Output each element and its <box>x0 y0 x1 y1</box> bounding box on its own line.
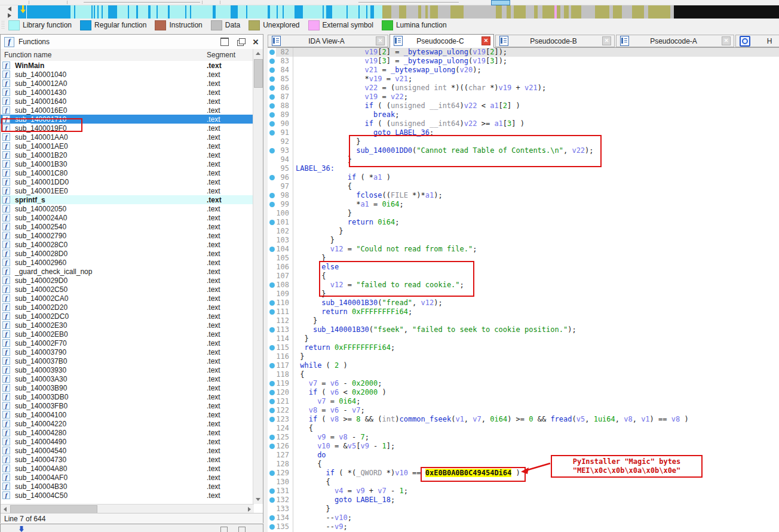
breakpoint-gutter[interactable] <box>268 505 276 513</box>
breakpoint-gutter[interactable] <box>268 281 276 290</box>
breakpoint-gutter[interactable] <box>268 48 276 57</box>
code-line-85[interactable]: 85 *v19 = v21; <box>268 75 779 84</box>
function-name[interactable]: _guard_check_icall_nop <box>15 267 92 276</box>
code-text[interactable]: if ( v8 >= 8 && (int)common_fseek(v1, v7… <box>293 415 779 424</box>
function-row[interactable]: fsub_140001EE0.text <box>1 186 254 195</box>
function-row[interactable]: fsub_140001AE0.text <box>1 142 254 150</box>
code-text[interactable]: v19 = v22; <box>293 93 779 102</box>
function-name[interactable]: sub_140002DC0 <box>15 312 69 321</box>
breakpoint-gutter[interactable] <box>268 397 276 406</box>
breakpoint-dot-icon[interactable] <box>269 497 275 503</box>
code-text[interactable]: v7 = v6 - 0x2000; <box>293 379 779 388</box>
scroll-up-icon[interactable] <box>253 49 263 58</box>
breakpoint-dot-icon[interactable] <box>269 175 275 180</box>
code-text[interactable]: else <box>293 263 779 272</box>
function-row[interactable]: fsub_140002E30.text <box>1 321 254 330</box>
function-row[interactable]: fsub_140001430.text <box>1 88 254 97</box>
breakpoint-gutter[interactable] <box>268 119 276 128</box>
breakpoint-dot-icon[interactable] <box>269 247 275 252</box>
code-text[interactable]: break; <box>293 110 779 119</box>
breakpoint-gutter[interactable] <box>268 254 276 263</box>
code-line-120[interactable]: 120 if ( v6 < 0x2000 ) <box>268 388 779 397</box>
code-text[interactable]: } <box>293 352 779 361</box>
code-line-121[interactable]: 121 v7 = 0i64; <box>268 397 779 406</box>
breakpoint-dot-icon[interactable] <box>269 282 275 288</box>
breakpoint-gutter[interactable] <box>268 460 276 469</box>
code-line-123[interactable]: 123 if ( v8 >= 8 && (int)common_fseek(v1… <box>268 415 779 424</box>
code-text[interactable]: } <box>293 227 779 236</box>
function-row[interactable]: fsub_1400037B0.text <box>1 356 254 365</box>
breakpoint-gutter[interactable] <box>268 343 276 352</box>
function-row[interactable]: fsub_140001640.text <box>1 97 254 106</box>
code-text[interactable]: if ( *(_QWORD *)v10 == 0xE0B0A0B0C49454D… <box>293 469 779 478</box>
code-line-96[interactable]: 96 if ( *a1 ) <box>268 173 779 182</box>
function-name[interactable]: sub_140004C50 <box>15 491 68 500</box>
breakpoint-dot-icon[interactable] <box>269 130 275 136</box>
function-row[interactable]: fsub_140003DB0.text <box>1 392 254 401</box>
code-line-89[interactable]: 89 break; <box>268 110 779 119</box>
code-line-93[interactable]: 93 sub_140001DD0("Cannot read Table of C… <box>268 146 779 155</box>
function-row[interactable]: fsub_140003790.text <box>1 348 254 356</box>
breakpoint-gutter[interactable] <box>268 146 276 155</box>
function-row[interactable]: fsub_140001C80.text <box>1 168 254 177</box>
functions-vertical-scrollbar[interactable] <box>253 49 263 504</box>
code-text[interactable]: { <box>293 460 779 469</box>
code-line-94[interactable]: 94 } <box>268 155 779 164</box>
breakpoint-dot-icon[interactable] <box>269 399 275 404</box>
code-line-126[interactable]: 126 v10 = &v5[v9 - 1]; <box>268 442 779 451</box>
function-name[interactable]: sub_140001640 <box>15 97 66 106</box>
breakpoint-gutter[interactable] <box>268 352 276 361</box>
function-name[interactable]: sub_140003930 <box>15 366 66 374</box>
code-text[interactable]: fclose((FILE *)*a1); <box>293 191 779 200</box>
breakpoint-gutter[interactable] <box>268 290 276 299</box>
breakpoint-gutter[interactable] <box>268 496 276 505</box>
code-text[interactable]: if ( *a1 ) <box>293 173 779 182</box>
tab-h[interactable]: H <box>735 35 779 47</box>
function-name[interactable]: sub_140001AA0 <box>15 133 68 142</box>
function-name[interactable]: sub_140001AE0 <box>15 142 68 150</box>
breakpoint-gutter[interactable] <box>268 84 276 93</box>
function-row[interactable]: fsub_140004490.text <box>1 437 254 446</box>
code-line-122[interactable]: 122 v8 = v6 - v7; <box>268 406 779 415</box>
code-line-106[interactable]: 106 else <box>268 263 779 272</box>
code-line-101[interactable]: 101 return 0i64; <box>268 218 779 227</box>
tab-pseudocode-c[interactable]: Pseudocode-C✕ <box>390 34 494 48</box>
breakpoint-dot-icon[interactable] <box>269 148 275 153</box>
function-row[interactable]: fsub_140002CA0.text <box>1 294 254 303</box>
function-name[interactable]: sub_140002D20 <box>15 303 68 312</box>
address-color-band[interactable] <box>18 5 779 19</box>
function-row[interactable]: fWinMain.text <box>1 61 254 70</box>
function-name[interactable]: sub_140001B30 <box>15 160 67 168</box>
code-line-115[interactable]: 115 return 0xFFFFFFFFi64; <box>268 343 779 352</box>
code-line-130[interactable]: 130 { <box>268 478 779 487</box>
code-text[interactable]: { <box>293 182 779 191</box>
function-row[interactable]: fsub_140004A80.text <box>1 464 254 473</box>
code-text[interactable]: sub_140001B30("fseek", "failed to seek t… <box>293 325 779 334</box>
code-line-102[interactable]: 102 } <box>268 227 779 236</box>
code-line-105[interactable]: 105 } <box>268 254 779 263</box>
code-line-87[interactable]: 87 v19 = v22; <box>268 93 779 102</box>
code-text[interactable]: return 0xFFFFFFFFi64; <box>293 343 779 352</box>
code-text[interactable]: if ( v6 < 0x2000 ) <box>293 388 779 397</box>
column-function-name[interactable]: Function name <box>4 51 51 59</box>
breakpoint-gutter[interactable] <box>268 173 276 182</box>
function-name[interactable]: sub_140001DD0 <box>15 178 69 186</box>
breakpoint-gutter[interactable] <box>268 415 276 424</box>
function-row[interactable]: fsub_140001B20.text <box>1 150 254 159</box>
code-line-104[interactable]: 104 v12 = "Could not read from file."; <box>268 245 779 254</box>
breakpoint-dot-icon[interactable] <box>269 524 275 530</box>
function-name[interactable]: sub_140004220 <box>15 420 66 428</box>
function-name[interactable]: sub_140002CA0 <box>15 294 68 303</box>
function-row[interactable]: fsub_140001DD0.text <box>1 177 254 186</box>
function-name[interactable]: sub_140003A30 <box>15 375 67 383</box>
functions-column-header[interactable]: Function name Segment <box>1 49 254 61</box>
function-row[interactable]: fsub_140001710.text <box>1 115 254 124</box>
breakpoint-dot-icon[interactable] <box>269 76 275 82</box>
function-name[interactable]: sub_1400024A0 <box>15 214 67 222</box>
breakpoint-gutter[interactable] <box>268 406 276 415</box>
function-name[interactable]: sub_140002EB0 <box>15 330 68 339</box>
breakpoint-gutter[interactable] <box>268 316 276 325</box>
tab-close-icon[interactable]: ✕ <box>376 36 385 45</box>
code-text[interactable]: *v19 = v21; <box>293 75 779 84</box>
function-row[interactable]: fsub_1400029D0.text <box>1 276 254 285</box>
